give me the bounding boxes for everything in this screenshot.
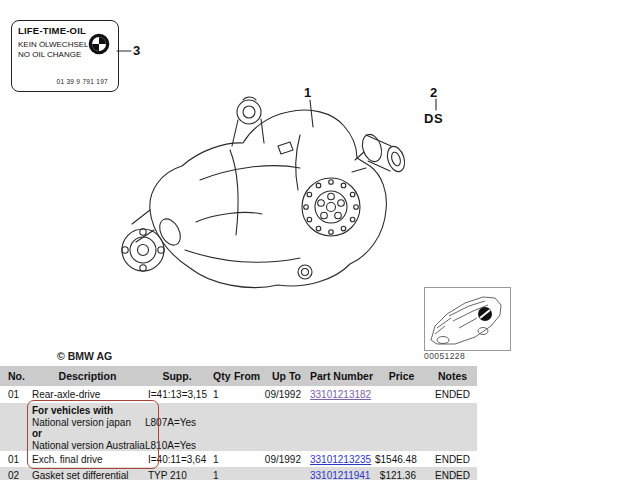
cell-qty: 1 <box>209 454 231 465</box>
table-row-gasket-set: 02 Gasket set differential TYP 210 1 331… <box>0 467 477 480</box>
cell-description: Gasket set differential <box>30 470 145 480</box>
cell-no: 02 <box>0 470 30 480</box>
header-qty: Qty <box>209 370 231 382</box>
cell-qty: 1 <box>209 470 231 480</box>
cell-upto: 09/1992 <box>263 454 305 465</box>
group-conjunction: or <box>32 428 145 440</box>
parts-catalog-page: LIFE-TIME-OIL KEIN ÖLWECHSEL NO OIL CHAN… <box>0 0 640 480</box>
table-row-exch-final-drive: 01 Exch. final drive I=40:11=3,64 1 09/1… <box>0 451 477 467</box>
header-supp: Supp. <box>145 370 209 382</box>
cell-supp: TYP 210 <box>145 470 209 480</box>
callout-1: 1 <box>304 85 311 100</box>
cell-qty: 1 <box>209 389 231 400</box>
callout-2: 2 <box>430 85 437 100</box>
header-part-number: Part Number <box>305 370 375 382</box>
group-option2-desc: National version Australia <box>32 440 145 451</box>
cell-no: 01 <box>0 454 30 465</box>
header-description: Description <box>30 370 145 382</box>
car-location-thumbnail <box>424 287 511 351</box>
group-title: For vehicles with <box>32 405 145 417</box>
table-header-row: No. Description Supp. Qty From Up To Par… <box>0 366 477 386</box>
cell-notes: ENDED <box>428 389 477 400</box>
copyright-notice: © BMW AG <box>57 350 112 362</box>
vehicle-condition-group: For vehicles with National version japan… <box>0 403 477 451</box>
cell-supp: I=41:13=3,15 <box>145 389 209 400</box>
table-row-rear-axle-drive: 01 Rear-axle-drive I=41:13=3,15 1 09/199… <box>0 386 477 403</box>
part-number-link[interactable]: 33101211941 <box>310 470 370 480</box>
cell-notes: ENDED <box>428 470 477 480</box>
header-no: No. <box>0 370 30 382</box>
cell-notes: ENDED <box>428 454 477 465</box>
part-number-link[interactable]: 33101213182 <box>310 389 371 400</box>
cell-upto: 09/1992 <box>263 389 305 400</box>
group-option1-supp: L807A=Yes <box>145 417 196 429</box>
callout-ds: DS <box>424 111 443 126</box>
car-sketch-icon <box>425 288 510 350</box>
header-from: From <box>231 370 263 382</box>
parts-table: No. Description Supp. Qty From Up To Par… <box>0 366 477 480</box>
cell-description: Exch. final drive <box>30 454 145 465</box>
cover-bolt-ring <box>304 180 359 235</box>
group-option2-supp: L810A=Yes <box>145 440 196 452</box>
part-number-link[interactable]: 33101213235 <box>310 454 371 465</box>
header-price: Price <box>375 370 428 382</box>
diagram-image-number: 00051228 <box>424 351 465 361</box>
header-upto: Up To <box>263 370 305 382</box>
cell-supp: I=40:11=3,64 <box>145 454 209 465</box>
cell-price: $1546.48 <box>375 454 428 465</box>
cell-no: 01 <box>0 389 30 400</box>
differential-diagram <box>0 0 640 365</box>
cell-description: Rear-axle-drive <box>30 389 145 400</box>
group-option1-desc: National version japan <box>32 417 131 428</box>
header-notes: Notes <box>428 370 477 382</box>
cell-price: $121.36 <box>375 470 428 480</box>
